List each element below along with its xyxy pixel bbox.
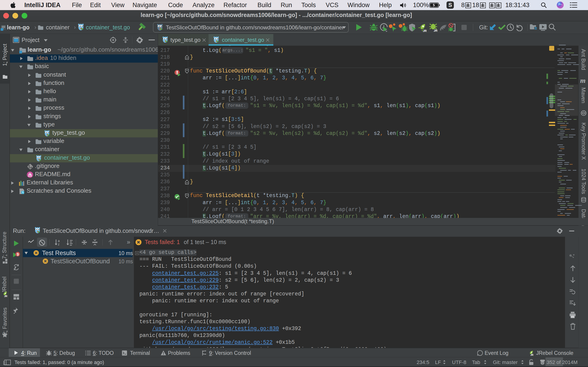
svg-text:JR: JR — [4, 295, 7, 297]
svg-text:JR: JR — [434, 29, 438, 32]
svg-text:a: a — [58, 239, 60, 243]
svg-text:JR: JR — [530, 354, 534, 356]
svg-text:JR: JR — [423, 29, 427, 32]
svg-text:z: z — [58, 242, 60, 246]
svg-text:9: 9 — [17, 252, 19, 257]
